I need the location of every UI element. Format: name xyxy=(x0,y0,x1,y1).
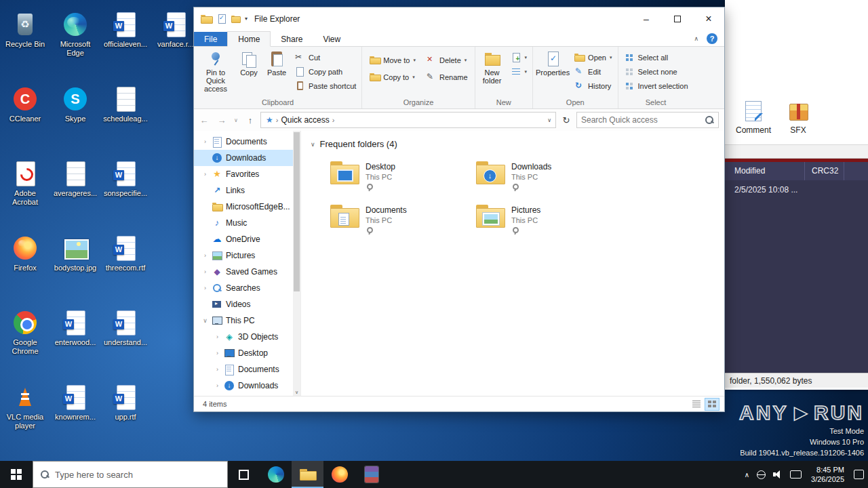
history-button[interactable]: History xyxy=(570,79,615,93)
new-folder-shortcut-icon[interactable] xyxy=(231,15,240,23)
nav-item-pictures[interactable]: ›Pictures xyxy=(194,247,293,264)
action-center-icon[interactable] xyxy=(854,470,864,479)
folder-tile-downloads[interactable]: Downloads This PC xyxy=(475,160,621,203)
breadcrumb-chevron-icon[interactable]: › xyxy=(332,116,335,124)
start-button[interactable] xyxy=(0,461,33,488)
refresh-button[interactable]: ↻ xyxy=(559,112,574,128)
taskbar-file-explorer-button[interactable] xyxy=(292,461,323,488)
large-icons-view-button[interactable] xyxy=(705,399,719,410)
scrollbar-down-arrow-icon[interactable]: ∨ xyxy=(293,390,300,395)
desktop-icon[interactable]: knownrem... xyxy=(50,380,100,454)
desktop-icon[interactable]: Google Chrome xyxy=(0,305,50,380)
taskbar-clock[interactable]: 8:45 PM 3/26/2025 xyxy=(808,465,847,484)
chevron-right-icon[interactable]: › xyxy=(202,252,208,259)
winrar-column-crc32[interactable]: CRC32 xyxy=(805,162,844,180)
address-dropdown-icon[interactable]: ∨ xyxy=(547,117,553,123)
hidden-icons-chevron-icon[interactable]: ∧ xyxy=(745,471,749,479)
desktop-icon[interactable]: averageres... xyxy=(50,156,100,230)
breadcrumb-chevron-icon[interactable]: › xyxy=(276,116,279,124)
nav-item-music[interactable]: Music xyxy=(194,215,293,231)
winrar-column-modified[interactable]: Modified xyxy=(725,162,805,180)
properties-shortcut-icon[interactable] xyxy=(217,14,226,23)
chevron-right-icon[interactable]: › xyxy=(202,138,208,145)
volume-icon[interactable] xyxy=(773,470,783,479)
nav-item-microsoftedge[interactable]: MicrosoftEdgeB... xyxy=(194,199,293,215)
nav-item-this-pc[interactable]: ∨This PC xyxy=(194,312,293,329)
chevron-right-icon[interactable]: › xyxy=(214,350,220,357)
taskbar-edge-button[interactable] xyxy=(260,461,292,488)
nav-item-onedrive[interactable]: OneDrive xyxy=(194,231,293,247)
section-collapse-chevron-icon[interactable]: ∨ xyxy=(311,141,315,148)
open-button[interactable]: Open ▾ xyxy=(570,50,615,64)
scrollbar-thumb[interactable] xyxy=(294,132,300,291)
winrar-comment-button[interactable]: Comment xyxy=(736,100,771,144)
nav-item-desktop[interactable]: ›Desktop xyxy=(194,345,293,361)
winrar-sfx-button[interactable]: SFX xyxy=(781,100,816,144)
move-to-button[interactable]: Move to ▾ xyxy=(366,53,419,67)
minimize-button[interactable]: – xyxy=(631,7,662,30)
new-folder-button[interactable]: New folder xyxy=(477,47,507,85)
nav-item-links[interactable]: Links xyxy=(194,182,293,199)
taskbar-winrar-button[interactable] xyxy=(355,461,387,488)
title-bar[interactable]: ▾ File Explorer – × xyxy=(194,7,724,30)
search-box[interactable] xyxy=(576,112,719,128)
details-view-button[interactable] xyxy=(690,399,703,410)
tab-home[interactable]: Home xyxy=(227,31,271,47)
taskbar-search[interactable] xyxy=(33,461,228,488)
folder-tile-documents[interactable]: Documents This PC xyxy=(330,203,475,247)
chevron-right-icon[interactable]: › xyxy=(214,333,220,340)
tab-share[interactable]: Share xyxy=(271,32,313,46)
desktop-icon[interactable]: threecom.rtf xyxy=(100,230,151,305)
select-none-button[interactable]: Select none xyxy=(620,64,692,79)
chevron-right-icon[interactable]: › xyxy=(202,171,208,178)
desktop-icon[interactable]: understand... xyxy=(100,305,151,380)
nav-item-documents[interactable]: ›Documents xyxy=(194,134,293,150)
nav-item-videos[interactable]: Videos xyxy=(194,296,293,312)
copy-button[interactable]: Copy xyxy=(235,47,262,77)
search-icon[interactable] xyxy=(705,115,714,125)
taskbar-firefox-button[interactable] xyxy=(323,461,355,488)
invert-selection-button[interactable]: Invert selection xyxy=(620,79,692,93)
desktop-icon[interactable]: CCleaner xyxy=(0,81,50,156)
nav-item-3d-objects[interactable]: ›3D Objects xyxy=(194,329,293,345)
paste-button[interactable]: Paste xyxy=(262,47,291,77)
recent-locations-chevron-icon[interactable]: ∨ xyxy=(232,117,240,123)
cut-button[interactable]: Cut xyxy=(291,50,359,64)
winrar-file-row[interactable]: 2/5/2025 10:08 ... xyxy=(725,180,868,195)
desktop-icon[interactable]: upp.rtf xyxy=(100,380,151,454)
desktop-icon[interactable]: Firefox xyxy=(0,230,50,305)
pin-to-quick-access-button[interactable]: Pin to Quick access xyxy=(196,47,235,93)
desktop-icon[interactable]: bodystop.jpg xyxy=(50,230,100,305)
network-icon[interactable] xyxy=(756,470,766,480)
desktop-icon[interactable]: Skype xyxy=(50,81,100,156)
desktop-icon[interactable]: Microsoft Edge xyxy=(50,7,100,81)
desktop-icon[interactable]: Adobe Acrobat xyxy=(0,156,50,230)
forward-icon[interactable]: → xyxy=(214,115,229,125)
delete-button[interactable]: Delete ▾ xyxy=(422,53,471,67)
help-icon[interactable]: ? xyxy=(707,33,717,44)
collapse-ribbon-icon[interactable]: ∧ xyxy=(694,35,698,42)
copy-to-button[interactable]: Copy to ▾ xyxy=(366,70,419,84)
edit-button[interactable]: Edit xyxy=(570,64,615,79)
paste-shortcut-button[interactable]: Paste shortcut xyxy=(291,79,359,93)
copy-path-button[interactable]: Copy path xyxy=(291,64,359,79)
maximize-button[interactable] xyxy=(662,7,693,30)
nav-item-documents-pc[interactable]: ›Documents xyxy=(194,361,293,378)
desktop-icon[interactable]: enterwood... xyxy=(50,305,100,380)
scrollbar[interactable]: ∨ xyxy=(293,131,300,396)
nav-item-favorites[interactable]: ›Favorites xyxy=(194,166,293,182)
taskbar-search-input[interactable] xyxy=(55,470,220,480)
close-button[interactable]: × xyxy=(693,7,724,30)
folder-tile-pictures[interactable]: Pictures This PC xyxy=(475,203,621,247)
desktop-icon[interactable]: sonspecifie... xyxy=(100,156,151,230)
select-all-button[interactable]: Select all xyxy=(620,50,692,64)
folder-tile-desktop[interactable]: Desktop This PC xyxy=(330,160,475,203)
frequent-folders-header[interactable]: ∨ Frequent folders (4) xyxy=(309,139,724,149)
rename-button[interactable]: Rename xyxy=(422,70,471,84)
nav-item-downloads[interactable]: Downloads xyxy=(194,150,293,166)
chevron-right-icon[interactable]: › xyxy=(214,366,220,373)
desktop-icon[interactable]: Recycle Bin xyxy=(0,7,50,81)
customize-toolbar-chevron-icon[interactable]: ▾ xyxy=(245,16,248,22)
chevron-right-icon[interactable]: › xyxy=(202,285,208,291)
breadcrumb[interactable]: Quick access xyxy=(281,115,329,125)
